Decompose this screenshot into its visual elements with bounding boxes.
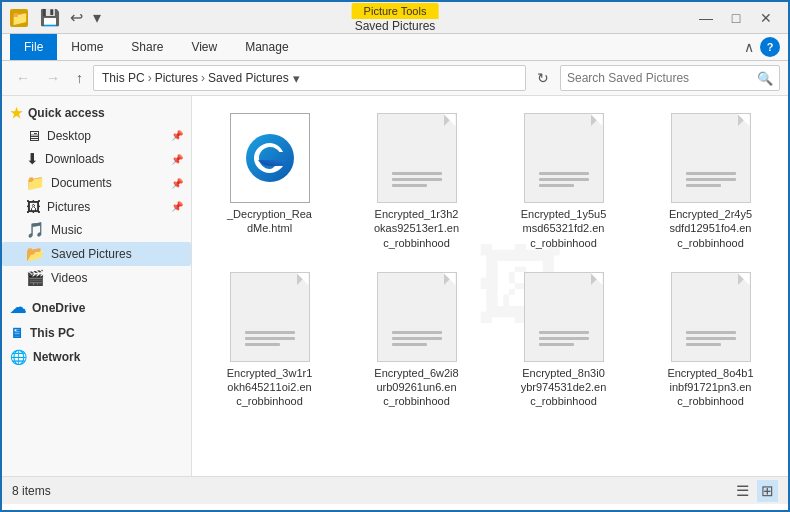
sidebar-label-documents: Documents: [51, 176, 112, 190]
file-item-enc4[interactable]: Encrypted_3w1r1okh645211oi2.enc_robbinho…: [200, 265, 339, 416]
refresh-button[interactable]: ↻: [530, 67, 556, 89]
file-name-enc5: Encrypted_6w2i8urb09261un6.enc_robbinhoo…: [374, 366, 458, 409]
title-bar: 📁 💾 ↩ ▾ Picture Tools Saved Pictures — □…: [2, 2, 788, 34]
quick-access-header[interactable]: ★ Quick access: [2, 102, 191, 124]
downloads-icon: ⬇: [26, 150, 39, 168]
file-thumbnail-enc3: [671, 113, 751, 203]
file-thumbnail-enc2: [524, 113, 604, 203]
sidebar-label-downloads: Downloads: [45, 152, 104, 166]
pin-icon-pictures: 📌: [171, 201, 183, 212]
sidebar-item-pictures[interactable]: 🖼 Pictures 📌: [2, 195, 191, 218]
thispc-label: This PC: [30, 326, 75, 340]
path-savedpictures[interactable]: Saved Pictures: [208, 71, 289, 85]
doc-lines: [539, 328, 589, 349]
sidebar-label-savedpictures: Saved Pictures: [51, 247, 132, 261]
search-input[interactable]: [567, 71, 757, 85]
doc-lines: [245, 328, 295, 349]
sidebar-item-documents[interactable]: 📁 Documents 📌: [2, 171, 191, 195]
sidebar-item-savedpictures[interactable]: 📂 Saved Pictures: [2, 242, 191, 266]
file-area: 🖼: [192, 96, 788, 476]
file-thumbnail-decryption: [230, 113, 310, 203]
search-button[interactable]: 🔍: [757, 71, 773, 86]
documents-icon: 📁: [26, 174, 45, 192]
sidebar-label-desktop: Desktop: [47, 129, 91, 143]
status-bar-right: ☰ ⊞: [732, 480, 778, 502]
sidebar: ★ Quick access 🖥 Desktop 📌 ⬇ Downloads 📌…: [2, 96, 192, 476]
quick-dropdown-btn[interactable]: ▾: [89, 6, 105, 29]
doc-lines: [539, 169, 589, 190]
ribbon-expand-icon[interactable]: ∧: [738, 35, 760, 59]
path-chevron-2: ›: [201, 71, 205, 85]
address-path[interactable]: This PC › Pictures › Saved Pictures ▾: [93, 65, 526, 91]
path-pictures[interactable]: Pictures: [155, 71, 198, 85]
tab-file[interactable]: File: [10, 34, 57, 60]
status-bar: 8 items ☰ ⊞: [2, 476, 788, 504]
maximize-button[interactable]: □: [722, 7, 750, 29]
tab-view[interactable]: View: [177, 34, 231, 60]
up-button[interactable]: ↑: [70, 67, 89, 89]
sidebar-item-downloads[interactable]: ⬇ Downloads 📌: [2, 147, 191, 171]
picture-tools-label: Picture Tools: [364, 5, 427, 17]
savedpictures-icon: 📂: [26, 245, 45, 263]
file-item-enc3[interactable]: Encrypted_2r4y5sdfd12951fo4.enc_robbinho…: [641, 106, 780, 257]
minimize-button[interactable]: —: [692, 7, 720, 29]
main-area: ★ Quick access 🖥 Desktop 📌 ⬇ Downloads 📌…: [2, 96, 788, 476]
svg-point-0: [246, 134, 294, 182]
sidebar-onedrive[interactable]: ☁ OneDrive: [2, 294, 191, 321]
sidebar-item-music[interactable]: 🎵 Music: [2, 218, 191, 242]
edge-logo: [243, 131, 297, 185]
doc-lines: [686, 169, 736, 190]
star-icon: ★: [10, 105, 23, 121]
file-name-enc4: Encrypted_3w1r1okh645211oi2.enc_robbinho…: [227, 366, 313, 409]
file-item-enc2[interactable]: Encrypted_1y5u5msd65321fd2.enc_robbinhoo…: [494, 106, 633, 257]
sidebar-label-music: Music: [51, 223, 82, 237]
help-icon[interactable]: ?: [760, 37, 780, 57]
sidebar-item-videos[interactable]: 🎬 Videos: [2, 266, 191, 290]
doc-lines: [392, 169, 442, 190]
file-thumbnail-enc5: [377, 272, 457, 362]
close-button[interactable]: ✕: [752, 7, 780, 29]
file-name-enc2: Encrypted_1y5u5msd65321fd2.enc_robbinhoo…: [521, 207, 607, 250]
file-item-decryption[interactable]: _Decryption_ReadMe.html: [200, 106, 339, 257]
sidebar-item-desktop[interactable]: 🖥 Desktop 📌: [2, 124, 191, 147]
item-count: 8 items: [12, 484, 51, 498]
file-item-enc1[interactable]: Encrypted_1r3h2okas92513er1.enc_robbinho…: [347, 106, 486, 257]
large-icons-view-button[interactable]: ⊞: [757, 480, 778, 502]
file-thumbnail-enc4: [230, 272, 310, 362]
back-button[interactable]: ←: [10, 67, 36, 89]
tab-home[interactable]: Home: [57, 34, 117, 60]
desktop-icon: 🖥: [26, 127, 41, 144]
search-box: 🔍: [560, 65, 780, 91]
file-thumbnail-enc1: [377, 113, 457, 203]
sidebar-network[interactable]: 🌐 Network: [2, 345, 191, 369]
network-label: Network: [33, 350, 80, 364]
save-quick-btn[interactable]: 💾: [36, 6, 64, 29]
undo-quick-btn[interactable]: ↩: [66, 6, 87, 29]
path-dropdown-btn[interactable]: ▾: [293, 71, 300, 86]
file-item-enc7[interactable]: Encrypted_8o4b1inbf91721pn3.enc_robbinho…: [641, 265, 780, 416]
file-item-enc5[interactable]: Encrypted_6w2i8urb09261un6.enc_robbinhoo…: [347, 265, 486, 416]
doc-lines: [392, 328, 442, 349]
forward-button[interactable]: →: [40, 67, 66, 89]
window-title: Saved Pictures: [355, 19, 436, 33]
file-thumbnail-enc7: [671, 272, 751, 362]
tab-manage[interactable]: Manage: [231, 34, 302, 60]
ribbon: File Home Share View Manage ∧ ?: [2, 34, 788, 61]
path-thispc[interactable]: This PC: [102, 71, 145, 85]
app-icon: 📁: [10, 9, 28, 27]
thispc-icon: 🖥: [10, 325, 24, 341]
list-view-button[interactable]: ☰: [732, 480, 753, 502]
ribbon-tabs: File Home Share View Manage ∧ ?: [2, 34, 788, 60]
title-bar-center: Picture Tools Saved Pictures: [352, 3, 439, 33]
sidebar-thispc[interactable]: 🖥 This PC: [2, 321, 191, 345]
onedrive-icon: ☁: [10, 298, 26, 317]
file-name-enc7: Encrypted_8o4b1inbf91721pn3.enc_robbinho…: [667, 366, 753, 409]
tab-share[interactable]: Share: [117, 34, 177, 60]
file-item-enc6[interactable]: Encrypted_8n3i0ybr974531de2.enc_robbinho…: [494, 265, 633, 416]
file-thumbnail-enc6: [524, 272, 604, 362]
folder-icon: 📁: [11, 10, 28, 26]
address-bar: ← → ↑ This PC › Pictures › Saved Picture…: [2, 61, 788, 96]
sidebar-label-videos: Videos: [51, 271, 87, 285]
path-chevron-1: ›: [148, 71, 152, 85]
quick-access-toolbar: 💾 ↩ ▾: [36, 6, 105, 29]
